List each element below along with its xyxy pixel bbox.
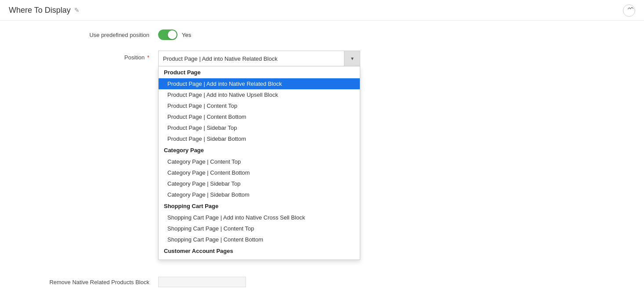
- top-collapse-icon[interactable]: ⌃: [623, 4, 635, 17]
- option-cart-cross-sell[interactable]: Shopping Cart Page | Add into Native Cro…: [159, 212, 360, 223]
- where-to-display-content: Use predefined position Yes Position * P…: [0, 21, 644, 289]
- option-product-page-related[interactable]: Product Page | Add into Native Related B…: [159, 78, 360, 89]
- where-to-display-title: Where To Display ✎: [9, 6, 80, 15]
- option-customer-content-top[interactable]: Customer Account Pages | Content Top: [159, 257, 360, 260]
- group-shopping-cart-page: Shopping Cart Page: [159, 200, 360, 212]
- option-product-page-sidebar-bottom[interactable]: Product Page | Sidebar Bottom: [159, 133, 360, 144]
- option-cart-content-top[interactable]: Shopping Cart Page | Content Top: [159, 223, 360, 234]
- group-category-page: Category Page: [159, 144, 360, 156]
- remove-related-row: Remove Native Related Products Block: [9, 269, 635, 289]
- remove-blocks-container: Remove Native Related Products Block Rem…: [9, 269, 635, 289]
- remove-related-label: Remove Native Related Products Block: [9, 279, 158, 285]
- use-predefined-label: Use predefined position: [9, 32, 158, 38]
- where-to-display-edit-icon[interactable]: ✎: [74, 7, 80, 14]
- position-label: Position *: [9, 51, 158, 61]
- position-select-wrap: Product Page | Add into Native Related B…: [158, 51, 360, 66]
- position-row: Position * Product Page | Add into Nativ…: [9, 51, 635, 66]
- option-product-page-upsell[interactable]: Product Page | Add into Native Upsell Bl…: [159, 89, 360, 100]
- position-dropdown-list: Product Page Product Page | Add into Nat…: [158, 66, 360, 260]
- use-predefined-toggle[interactable]: [158, 29, 177, 40]
- option-product-page-content-bottom[interactable]: Product Page | Content Bottom: [159, 111, 360, 122]
- option-category-sidebar-top[interactable]: Category Page | Sidebar Top: [159, 178, 360, 189]
- option-product-page-content-top[interactable]: Product Page | Content Top: [159, 100, 360, 111]
- option-category-content-bottom[interactable]: Category Page | Content Bottom: [159, 167, 360, 178]
- remove-related-control: [158, 277, 246, 287]
- group-customer-account-pages: Customer Account Pages: [159, 245, 360, 257]
- use-predefined-row: Use predefined position Yes: [9, 29, 635, 40]
- option-product-page-sidebar-top[interactable]: Product Page | Sidebar Top: [159, 122, 360, 133]
- required-indicator: *: [147, 54, 149, 61]
- select-arrow-icon[interactable]: ▾: [344, 51, 360, 66]
- option-category-sidebar-bottom[interactable]: Category Page | Sidebar Bottom: [159, 189, 360, 200]
- group-product-page: Product Page: [159, 66, 360, 78]
- toggle-wrap: Yes: [158, 29, 191, 40]
- option-cart-content-bottom[interactable]: Shopping Cart Page | Content Bottom: [159, 234, 360, 245]
- toggle-yes-label: Yes: [182, 32, 191, 38]
- where-to-display-label: Where To Display: [9, 6, 71, 15]
- page-wrapper: Where To Display ✎ ⌃ Use predefined posi…: [0, 0, 644, 289]
- position-select[interactable]: Product Page | Add into Native Related B…: [158, 51, 360, 66]
- option-category-content-top[interactable]: Category Page | Content Top: [159, 156, 360, 167]
- position-selected-value: Product Page | Add into Native Related B…: [163, 55, 278, 62]
- where-to-display-section-header: Where To Display ✎ ⌃: [0, 0, 644, 21]
